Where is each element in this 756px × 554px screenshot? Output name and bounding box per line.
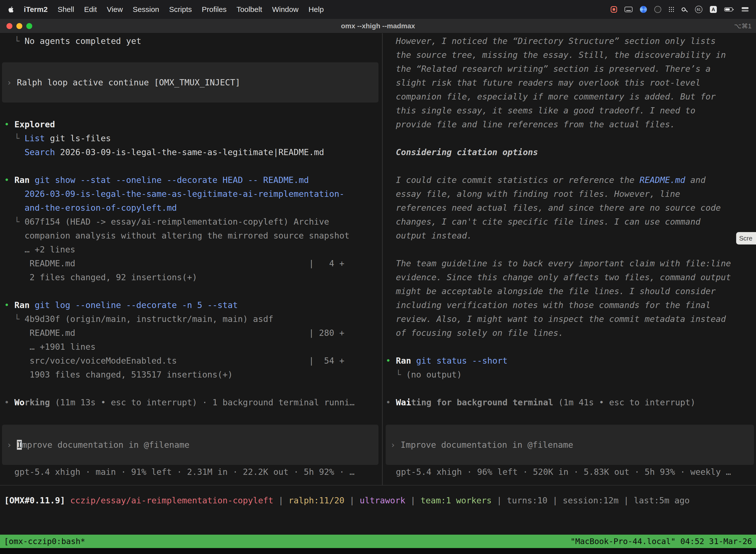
text-segment: README.md: [640, 175, 685, 185]
terminal-line: changes, I can't cite specific file line…: [386, 215, 700, 229]
text-segment: 4b9d30f (origin/main, instructkr/main, m…: [24, 314, 273, 324]
terminal-line: • Ran git status --short: [386, 354, 507, 368]
text-segment: Search: [24, 147, 55, 157]
window-title: omx --xhigh --madmax: [0, 19, 756, 33]
text-cursor: I: [17, 440, 22, 450]
text-segment: However, I noticed the “Directory Struct…: [386, 36, 716, 46]
dots-grid-icon[interactable]: [669, 7, 674, 12]
terminal-line: 2026-03-09-is-legal-the-same-as-legitima…: [4, 187, 344, 201]
text-segment: |: [619, 495, 634, 505]
prompt-chevron: ›: [390, 440, 400, 450]
omx-status-bar: [OMX#0.11.9] cczip/essay/ai-reimplementa…: [4, 493, 690, 507]
terminal-line: src/voice/voiceModeEnabled.ts | 54 +: [4, 354, 344, 368]
pane-divider[interactable]: [382, 33, 383, 485]
menu-scripts[interactable]: Scripts: [169, 5, 192, 14]
lower-strip: [0, 486, 756, 535]
menubar-menus: ShellEditViewSessionScriptsProfilesToolb…: [58, 5, 324, 14]
battery-icon[interactable]: [724, 5, 734, 14]
screen-recording-icon[interactable]: [611, 6, 617, 13]
terminal-line: However, I noticed the “Directory Struct…: [386, 34, 716, 48]
text-segment: |: [344, 495, 360, 505]
menu-session[interactable]: Session: [133, 5, 159, 14]
text-segment: |: [492, 495, 507, 505]
right-prompt-input[interactable]: › Improve documentation in @filename: [386, 425, 754, 465]
text-segment: README.md | 280 +: [4, 328, 344, 338]
terminal-line: └ List git ls-files: [4, 131, 111, 145]
text-segment: ting for background terminal: [411, 397, 553, 407]
terminal-line: output instead.: [386, 229, 472, 242]
menu-window[interactable]: Window: [272, 5, 299, 14]
text-segment: src/voice/voiceModeEnabled.ts | 54 +: [4, 356, 344, 366]
text-segment: team:1 workers: [421, 495, 492, 505]
text-segment: git show --stat --oneline --decorate HEA…: [35, 175, 309, 185]
text-segment: rking: [24, 397, 50, 407]
input-source-icon[interactable]: A: [710, 6, 717, 13]
terminal-line: • Ran git log --oneline --decorate -n 5 …: [4, 298, 238, 312]
terminal-line: The team guideline is to back every impo…: [386, 257, 731, 270]
menu-profiles[interactable]: Profiles: [202, 5, 227, 14]
text-segment: Wai: [396, 397, 411, 407]
text-segment: the “Related research writing” section i…: [386, 64, 711, 74]
menu-help[interactable]: Help: [309, 5, 324, 14]
text-segment: •: [4, 300, 14, 310]
text-segment: •: [4, 175, 14, 185]
keyboard-icon[interactable]: [625, 7, 632, 12]
text-segment: (no output): [406, 370, 462, 380]
text-segment: git status --short: [416, 356, 507, 366]
terminal-content: └ No agents completed yet• Explored └ Li…: [0, 33, 756, 486]
text-segment: List: [24, 133, 45, 143]
text-segment: I could cite commit statistics or refere…: [386, 175, 640, 185]
right-pane: However, I noticed the “Directory Struct…: [386, 33, 756, 485]
screen-notification-tab[interactable]: Scre: [736, 232, 756, 244]
right-model-statusline: gpt-5.4 xhigh · 96% left · 520K in · 5.8…: [386, 465, 731, 479]
battery-percent-badge[interactable]: 61: [695, 6, 702, 13]
menu-view[interactable]: View: [107, 5, 123, 14]
text-segment: [OMX#0.11.9]: [4, 495, 70, 505]
text-segment: |: [405, 495, 421, 505]
text-segment: this single essay, it seems like a good …: [386, 106, 695, 115]
text-segment: references need actual files, and since …: [386, 203, 721, 213]
text-segment: README.md | 4 +: [4, 258, 344, 268]
text-segment: the source tree, missing the essay. Stil…: [386, 50, 726, 60]
menu-toolbelt[interactable]: Toolbelt: [237, 5, 262, 14]
text-segment: Ran: [14, 175, 29, 185]
terminal-line: … +2 lines: [4, 242, 75, 257]
text-segment: 2026-03-09-is-legal-the-same-as-legitima…: [55, 147, 324, 157]
text-segment: review. Also, I might want to inspect th…: [386, 314, 726, 324]
menu-shell[interactable]: Shell: [58, 5, 74, 14]
tmux-session-window[interactable]: [omx-cczip0:bash*: [4, 537, 85, 546]
text-segment: 2 files changed, 92 insertions(+): [4, 272, 197, 282]
blue-app-icon[interactable]: [640, 6, 647, 13]
text-segment: └: [4, 133, 24, 143]
text-segment: and: [685, 175, 706, 185]
terminal-line: slight risk that future readers may over…: [386, 76, 700, 90]
key-icon[interactable]: [682, 7, 686, 11]
text-segment: … +2 lines: [4, 244, 75, 255]
terminal-line: • Explored: [4, 117, 55, 131]
terminal-line: └ (no output): [386, 368, 462, 382]
text-segment: last:5m ago: [634, 495, 690, 505]
terminal-line: • Ran git show --stat --oneline --decora…: [4, 173, 309, 187]
menu-app-name[interactable]: iTerm2: [24, 5, 48, 14]
terminal-line: evidence. Since this change only affects…: [386, 270, 731, 284]
terminal-line: Considering citation options: [386, 145, 538, 159]
text-segment: The team guideline is to back every impo…: [386, 258, 731, 268]
left-model-statusline: gpt-5.4 xhigh · main · 91% left · 2.31M …: [4, 465, 355, 479]
left-prompt-input[interactable]: › I mprove documentation in @filename: [2, 425, 378, 465]
text-segment: of focusing solely on file lines.: [386, 328, 563, 338]
terminal-line: I could cite commit statistics or refere…: [386, 173, 706, 187]
text-segment: essay file, along with finding root file…: [386, 189, 680, 199]
text-segment: └: [4, 314, 24, 324]
prompt-chevron: ›: [7, 77, 17, 88]
menu-edit[interactable]: Edit: [84, 5, 97, 14]
terminal-line: companion analysis without altering the …: [4, 229, 350, 242]
text-segment: No agents completed yet: [24, 36, 141, 46]
apple-menu-icon[interactable]: [7, 6, 15, 13]
control-center-icon[interactable]: [742, 7, 749, 12]
text-segment: Ran: [14, 300, 29, 310]
text-segment: [4, 147, 24, 157]
prompt-chevron: ›: [7, 440, 17, 450]
dark-app-icon[interactable]: [654, 6, 661, 13]
text-segment: companion analysis without altering the …: [4, 231, 350, 240]
menubar-status-icons: 61 A: [611, 5, 749, 14]
